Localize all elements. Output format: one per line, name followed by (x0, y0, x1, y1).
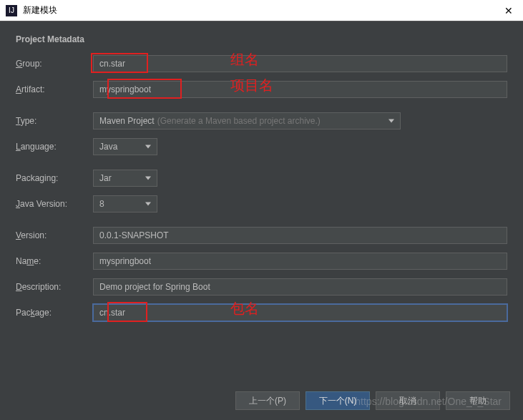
titlebar: IJ 新建模块 ✕ (0, 0, 523, 21)
package-input[interactable] (93, 304, 507, 321)
label-name: Name: (16, 256, 93, 266)
language-combo[interactable]: Java (93, 138, 157, 155)
label-javaversion: Java Version: (16, 199, 93, 209)
group-input[interactable] (93, 55, 507, 72)
description-input[interactable] (93, 278, 507, 296)
chevron-down-icon (145, 177, 151, 180)
window-title: 新建模块 (23, 4, 500, 16)
button-bar: 上一个(P) 下一个(N) 取消 帮助 (235, 391, 510, 410)
label-version: Version: (16, 230, 93, 240)
row-package: Package: 包名 (16, 303, 507, 322)
label-package: Package: (16, 308, 93, 318)
chevron-down-icon (388, 119, 394, 123)
prev-button[interactable]: 上一个(P) (235, 391, 300, 410)
row-group: Group: 组名 (16, 54, 507, 73)
language-value: Java (99, 142, 117, 152)
row-language: Language: Java (16, 137, 507, 156)
next-button[interactable]: 下一个(N) (306, 391, 370, 410)
chevron-down-icon (145, 145, 151, 149)
version-input[interactable] (93, 227, 507, 244)
packaging-value: Jar (99, 173, 112, 183)
row-version: Version: (16, 226, 507, 245)
label-description: Description: (16, 282, 93, 292)
row-description: Description: (16, 278, 507, 296)
row-name: Name: (16, 252, 507, 270)
row-javaversion: Java Version: 8 (16, 195, 507, 213)
name-input[interactable] (93, 253, 507, 270)
label-language: Language: (16, 142, 93, 152)
label-group: Group: (16, 59, 93, 69)
type-value: Maven Project (99, 116, 155, 126)
label-packaging: Packaging: (16, 173, 93, 183)
section-title: Project Metadata (16, 34, 507, 44)
row-artifact: Artifact: 项目名 (16, 80, 507, 99)
row-packaging: Packaging: Jar (16, 169, 507, 187)
type-hint: (Generate a Maven based project archive.… (157, 116, 321, 126)
artifact-input[interactable] (93, 81, 507, 98)
label-type: Type: (16, 116, 93, 126)
javaversion-value: 8 (99, 199, 104, 209)
cancel-button[interactable]: 取消 (376, 391, 440, 410)
close-icon[interactable]: ✕ (500, 5, 517, 16)
chevron-down-icon (145, 202, 151, 206)
app-icon: IJ (6, 5, 17, 16)
packaging-combo[interactable]: Jar (93, 170, 157, 187)
type-combo[interactable]: Maven Project (Generate a Maven based pr… (93, 112, 401, 130)
row-type: Type: Maven Project (Generate a Maven ba… (16, 112, 507, 130)
javaversion-combo[interactable]: 8 (93, 195, 157, 213)
dialog-content: Project Metadata Group: 组名 Artifact: 项目名… (0, 21, 523, 322)
help-button[interactable]: 帮助 (446, 391, 510, 410)
label-artifact: Artifact: (16, 84, 93, 94)
